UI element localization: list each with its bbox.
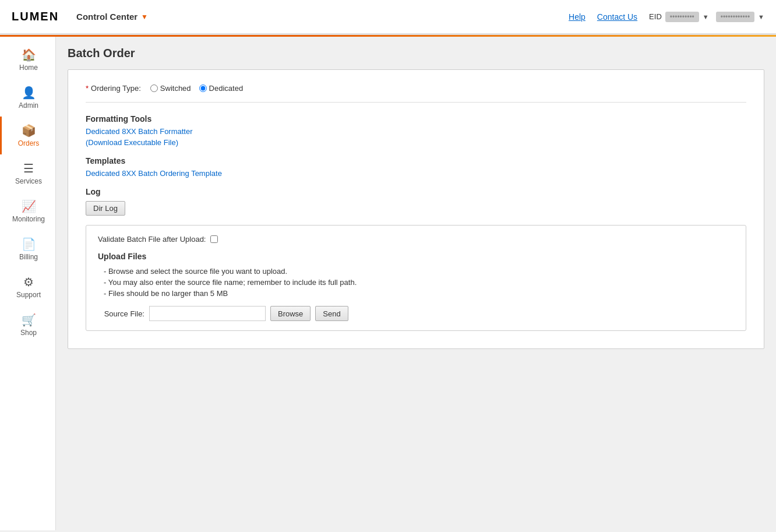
- upload-instruction-2: - You may also enter the source file nam…: [98, 278, 734, 287]
- billing-icon: 📄: [22, 237, 36, 251]
- source-file-label: Source File:: [98, 309, 144, 318]
- sidebar-label-monitoring: Monitoring: [12, 215, 45, 223]
- support-icon: ⚙: [23, 275, 34, 289]
- radio-dedicated-input[interactable]: [199, 84, 207, 92]
- templates-link-1[interactable]: Dedicated 8XX Batch Ordering Template: [86, 169, 746, 178]
- page-title: Batch Order: [68, 47, 764, 60]
- sidebar-item-shop[interactable]: 🛒 Shop: [0, 306, 55, 344]
- eid-label: EID: [649, 12, 662, 21]
- sidebar-item-monitoring[interactable]: 📈 Monitoring: [0, 192, 55, 230]
- header: LUMEN Control Center ▼ Help Contact Us E…: [0, 0, 776, 35]
- sidebar-item-services[interactable]: ☰ Services: [0, 154, 55, 192]
- sidebar-label-shop: Shop: [20, 329, 37, 337]
- header-right: Help Contact Us EID •••••••••• ▼ •••••••…: [569, 12, 764, 22]
- sidebar-item-billing[interactable]: 📄 Billing: [0, 230, 55, 268]
- sidebar-label-support: Support: [16, 291, 41, 299]
- main-content: Batch Order * Ordering Type: Switched De…: [56, 35, 776, 530]
- formatting-tools-title: Formatting Tools: [86, 114, 746, 124]
- radio-switched[interactable]: Switched: [150, 84, 191, 93]
- send-button[interactable]: Send: [315, 306, 348, 321]
- content-card: * Ordering Type: Switched Dedicated Form…: [68, 69, 764, 349]
- eid-value: ••••••••••: [665, 12, 699, 22]
- sidebar-label-billing: Billing: [19, 253, 38, 261]
- orders-icon: 📦: [22, 124, 36, 138]
- sidebar-item-admin[interactable]: 👤 Admin: [0, 79, 55, 117]
- sidebar-label-admin: Admin: [19, 101, 38, 110]
- logo: LUMEN: [12, 10, 59, 23]
- layout: 🏠 Home 👤 Admin 📦 Orders ☰ Services 📈 Mon…: [0, 35, 776, 530]
- validate-row: Validate Batch File after Upload:: [98, 235, 734, 244]
- validate-checkbox[interactable]: [210, 235, 218, 243]
- sidebar-item-orders[interactable]: 📦 Orders: [0, 117, 55, 154]
- templates-title: Templates: [86, 156, 746, 165]
- help-link[interactable]: Help: [569, 12, 585, 22]
- control-center-arrow-icon: ▼: [141, 13, 148, 21]
- formatting-link-1[interactable]: Dedicated 8XX Batch Formatter: [86, 127, 746, 136]
- eid-dropdown-icon[interactable]: ▼: [703, 13, 709, 20]
- formatting-link-2[interactable]: (Download Executable File): [86, 138, 746, 147]
- ordering-type-label: Ordering Type:: [91, 84, 141, 93]
- required-star: *: [86, 84, 89, 93]
- monitoring-icon: 📈: [22, 199, 36, 213]
- upload-box: Validate Batch File after Upload: Upload…: [86, 225, 746, 331]
- source-file-input[interactable]: [149, 306, 266, 321]
- eid-section: EID •••••••••• ▼ •••••••••••• ▼: [649, 12, 764, 22]
- services-icon: ☰: [23, 161, 34, 175]
- user-dropdown-icon[interactable]: ▼: [758, 13, 764, 20]
- sidebar-label-services: Services: [15, 177, 42, 185]
- validate-label: Validate Batch File after Upload:: [98, 235, 206, 244]
- sidebar: 🏠 Home 👤 Admin 📦 Orders ☰ Services 📈 Mon…: [0, 35, 56, 530]
- user-value: ••••••••••••: [716, 12, 754, 22]
- logo-text: LUMEN: [12, 10, 59, 23]
- sidebar-label-home: Home: [19, 64, 38, 72]
- ordering-type-row: * Ordering Type: Switched Dedicated: [86, 84, 746, 103]
- home-icon: 🏠: [22, 48, 36, 62]
- log-title: Log: [86, 187, 746, 196]
- browse-button[interactable]: Browse: [270, 306, 311, 321]
- admin-icon: 👤: [22, 86, 36, 100]
- upload-instruction-1: - Browse and select the source file you …: [98, 267, 734, 276]
- shop-icon: 🛒: [22, 313, 36, 327]
- sidebar-item-home[interactable]: 🏠 Home: [0, 41, 55, 79]
- upload-instruction-3: - Files should be no larger than 5 MB: [98, 289, 734, 298]
- sidebar-item-support[interactable]: ⚙ Support: [0, 268, 55, 306]
- sidebar-label-orders: Orders: [18, 139, 40, 147]
- radio-switched-label: Switched: [160, 84, 191, 93]
- control-center-menu[interactable]: Control Center ▼: [76, 12, 148, 22]
- control-center-label: Control Center: [76, 12, 137, 22]
- radio-dedicated-label: Dedicated: [209, 84, 244, 93]
- upload-title: Upload Files: [98, 252, 734, 261]
- dir-log-button[interactable]: Dir Log: [86, 201, 125, 216]
- radio-dedicated[interactable]: Dedicated: [199, 84, 244, 93]
- radio-switched-input[interactable]: [150, 84, 158, 92]
- contact-us-link[interactable]: Contact Us: [597, 12, 637, 22]
- source-file-row: Source File: Browse Send: [98, 306, 734, 321]
